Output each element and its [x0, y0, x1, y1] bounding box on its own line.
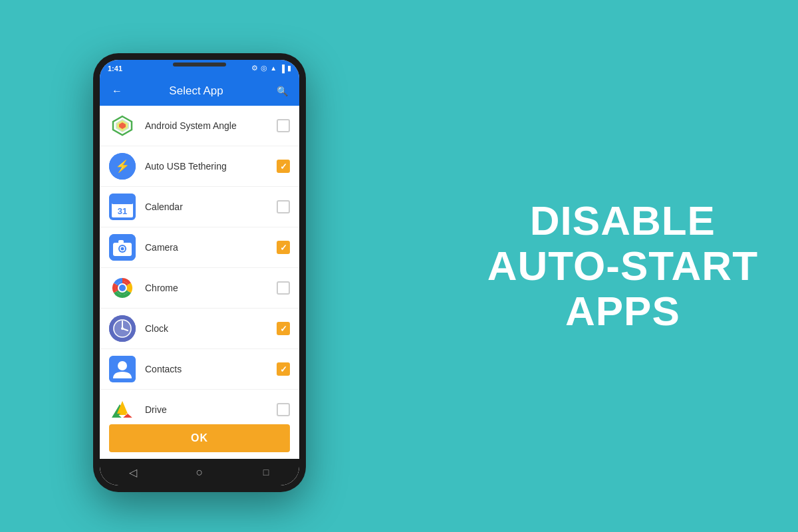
- back-button[interactable]: ←: [109, 83, 125, 99]
- nav-home-button[interactable]: ○: [193, 466, 206, 479]
- ok-button[interactable]: OK: [109, 424, 290, 452]
- circle-icon: ◎: [261, 64, 267, 72]
- svg-point-25: [121, 327, 124, 330]
- svg-point-19: [119, 285, 126, 291]
- svg-rect-15: [118, 240, 124, 243]
- checkbox-camera[interactable]: [277, 241, 290, 254]
- app-name-drive: Drive: [145, 404, 277, 415]
- checkbox-usb[interactable]: [277, 160, 290, 173]
- list-item[interactable]: Chrome: [100, 268, 299, 309]
- checkbox-contacts[interactable]: [277, 362, 290, 376]
- android-angle-icon: [109, 112, 136, 139]
- checkbox-chrome[interactable]: [277, 281, 290, 295]
- battery-icon: ▮: [287, 64, 291, 72]
- app-name-calendar: Calendar: [145, 201, 277, 212]
- nav-recents-button[interactable]: □: [259, 466, 273, 479]
- top-bar: ← Select App 🔍: [100, 76, 299, 106]
- svg-text:⚡: ⚡: [115, 159, 130, 174]
- background: 1:41 ⚙ ◎ ▲ ▐ ▮ ← Select App 🔍: [0, 0, 798, 532]
- ok-bar: OK: [100, 418, 299, 459]
- gear-icon: ⚙: [251, 64, 258, 72]
- checkbox-android-angle[interactable]: [277, 119, 290, 132]
- app-name-android-angle: Android System Angle: [145, 120, 277, 131]
- search-button[interactable]: 🔍: [274, 83, 290, 99]
- list-item[interactable]: ⚡ Auto USB Tethering: [100, 146, 299, 187]
- list-item[interactable]: Contacts: [100, 349, 299, 390]
- status-icons: ⚙ ◎ ▲ ▐ ▮: [251, 64, 291, 72]
- contacts-icon: [109, 356, 136, 382]
- svg-text:31: 31: [118, 206, 127, 216]
- app-list: Android System Angle ⚡ Auto USB Tetherin…: [100, 106, 299, 418]
- status-time: 1:41: [108, 65, 122, 72]
- list-item[interactable]: Drive: [100, 390, 299, 418]
- right-text-line3: APPS: [565, 288, 680, 334]
- calendar-icon: 31: [109, 194, 136, 220]
- checkbox-drive[interactable]: [277, 403, 290, 416]
- phone-mockup: 1:41 ⚙ ◎ ▲ ▐ ▮ ← Select App 🔍: [93, 53, 306, 492]
- checkbox-clock[interactable]: [277, 322, 290, 335]
- app-name-chrome: Chrome: [145, 283, 277, 293]
- right-text-block: DISABLE AUTO-START APPS: [487, 198, 758, 334]
- list-item[interactable]: Android System Angle: [100, 106, 299, 146]
- camera-icon: [109, 234, 136, 261]
- checkbox-calendar[interactable]: [277, 200, 290, 213]
- clock-icon: [109, 315, 136, 342]
- app-name-usb: Auto USB Tethering: [145, 161, 277, 172]
- app-name-contacts: Contacts: [145, 364, 277, 374]
- svg-rect-8: [112, 199, 133, 204]
- chrome-icon: [109, 275, 136, 301]
- app-name-camera: Camera: [145, 242, 277, 253]
- wifi-icon: ▲: [270, 65, 277, 72]
- screen-title: Select App: [125, 84, 267, 98]
- phone-notch: [173, 63, 226, 66]
- list-item[interactable]: Clock: [100, 309, 299, 349]
- nav-back-button[interactable]: ◁: [126, 466, 140, 479]
- list-item[interactable]: 31 Calendar: [100, 187, 299, 227]
- right-text-line1: DISABLE: [530, 198, 716, 243]
- svg-point-14: [121, 247, 124, 251]
- signal-bars-icon: ▐: [279, 65, 285, 72]
- right-text-line2: AUTO-START: [487, 243, 758, 289]
- app-name-clock: Clock: [145, 323, 277, 334]
- svg-point-27: [118, 361, 127, 370]
- drive-icon: [109, 396, 136, 418]
- usb-tethering-icon: ⚡: [109, 153, 136, 180]
- nav-bar: ◁ ○ □: [100, 459, 299, 485]
- list-item[interactable]: Camera: [100, 227, 299, 268]
